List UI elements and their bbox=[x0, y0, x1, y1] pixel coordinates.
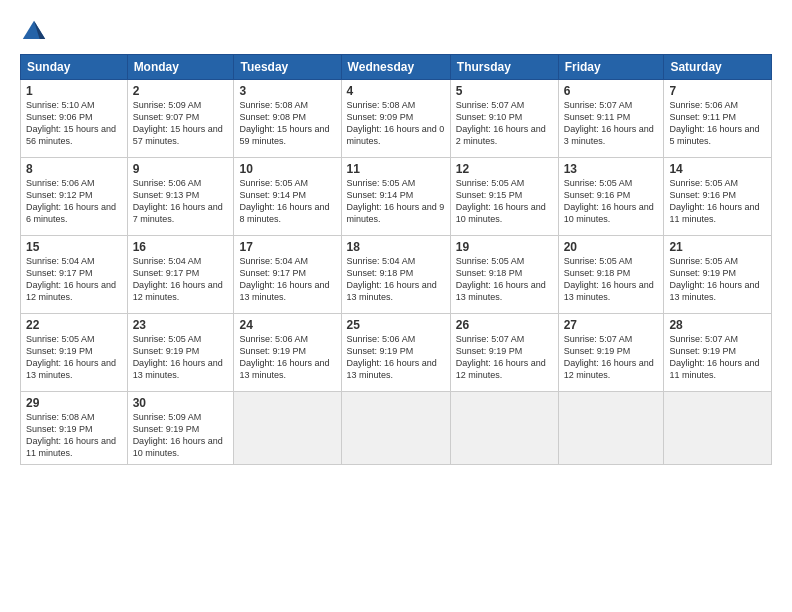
day-number: 20 bbox=[564, 240, 659, 254]
calendar: SundayMondayTuesdayWednesdayThursdayFrid… bbox=[20, 54, 772, 465]
day-info: Sunrise: 5:06 AMSunset: 9:19 PMDaylight:… bbox=[239, 334, 329, 380]
day-number: 1 bbox=[26, 84, 122, 98]
day-info: Sunrise: 5:04 AMSunset: 9:17 PMDaylight:… bbox=[133, 256, 223, 302]
week-row-2: 15 Sunrise: 5:04 AMSunset: 9:17 PMDaylig… bbox=[21, 236, 772, 314]
day-info: Sunrise: 5:06 AMSunset: 9:19 PMDaylight:… bbox=[347, 334, 437, 380]
day-number: 14 bbox=[669, 162, 766, 176]
calendar-cell: 11 Sunrise: 5:05 AMSunset: 9:14 PMDaylig… bbox=[341, 158, 450, 236]
page: SundayMondayTuesdayWednesdayThursdayFrid… bbox=[0, 0, 792, 612]
calendar-cell: 30 Sunrise: 5:09 AMSunset: 9:19 PMDaylig… bbox=[127, 392, 234, 465]
day-info: Sunrise: 5:06 AMSunset: 9:12 PMDaylight:… bbox=[26, 178, 116, 224]
calendar-cell: 27 Sunrise: 5:07 AMSunset: 9:19 PMDaylig… bbox=[558, 314, 664, 392]
day-number: 21 bbox=[669, 240, 766, 254]
col-header-monday: Monday bbox=[127, 55, 234, 80]
day-number: 17 bbox=[239, 240, 335, 254]
day-number: 13 bbox=[564, 162, 659, 176]
day-info: Sunrise: 5:08 AMSunset: 9:09 PMDaylight:… bbox=[347, 100, 445, 146]
day-number: 8 bbox=[26, 162, 122, 176]
day-number: 16 bbox=[133, 240, 229, 254]
day-number: 27 bbox=[564, 318, 659, 332]
calendar-cell: 22 Sunrise: 5:05 AMSunset: 9:19 PMDaylig… bbox=[21, 314, 128, 392]
day-info: Sunrise: 5:05 AMSunset: 9:16 PMDaylight:… bbox=[669, 178, 759, 224]
calendar-cell bbox=[234, 392, 341, 465]
day-number: 4 bbox=[347, 84, 445, 98]
calendar-cell: 8 Sunrise: 5:06 AMSunset: 9:12 PMDayligh… bbox=[21, 158, 128, 236]
calendar-cell: 1 Sunrise: 5:10 AMSunset: 9:06 PMDayligh… bbox=[21, 80, 128, 158]
day-number: 22 bbox=[26, 318, 122, 332]
day-number: 19 bbox=[456, 240, 553, 254]
day-number: 30 bbox=[133, 396, 229, 410]
day-number: 6 bbox=[564, 84, 659, 98]
day-info: Sunrise: 5:09 AMSunset: 9:07 PMDaylight:… bbox=[133, 100, 223, 146]
day-info: Sunrise: 5:05 AMSunset: 9:18 PMDaylight:… bbox=[564, 256, 654, 302]
day-info: Sunrise: 5:08 AMSunset: 9:19 PMDaylight:… bbox=[26, 412, 116, 458]
day-number: 2 bbox=[133, 84, 229, 98]
calendar-cell: 10 Sunrise: 5:05 AMSunset: 9:14 PMDaylig… bbox=[234, 158, 341, 236]
week-row-0: 1 Sunrise: 5:10 AMSunset: 9:06 PMDayligh… bbox=[21, 80, 772, 158]
day-info: Sunrise: 5:06 AMSunset: 9:13 PMDaylight:… bbox=[133, 178, 223, 224]
day-number: 5 bbox=[456, 84, 553, 98]
day-info: Sunrise: 5:09 AMSunset: 9:19 PMDaylight:… bbox=[133, 412, 223, 458]
calendar-cell: 14 Sunrise: 5:05 AMSunset: 9:16 PMDaylig… bbox=[664, 158, 772, 236]
col-header-wednesday: Wednesday bbox=[341, 55, 450, 80]
calendar-cell: 12 Sunrise: 5:05 AMSunset: 9:15 PMDaylig… bbox=[450, 158, 558, 236]
header bbox=[20, 18, 772, 46]
day-info: Sunrise: 5:04 AMSunset: 9:17 PMDaylight:… bbox=[26, 256, 116, 302]
col-header-saturday: Saturday bbox=[664, 55, 772, 80]
day-number: 23 bbox=[133, 318, 229, 332]
calendar-cell: 21 Sunrise: 5:05 AMSunset: 9:19 PMDaylig… bbox=[664, 236, 772, 314]
week-row-4: 29 Sunrise: 5:08 AMSunset: 9:19 PMDaylig… bbox=[21, 392, 772, 465]
logo bbox=[20, 18, 52, 46]
day-info: Sunrise: 5:06 AMSunset: 9:11 PMDaylight:… bbox=[669, 100, 759, 146]
day-info: Sunrise: 5:07 AMSunset: 9:19 PMDaylight:… bbox=[669, 334, 759, 380]
day-info: Sunrise: 5:05 AMSunset: 9:14 PMDaylight:… bbox=[347, 178, 445, 224]
col-header-tuesday: Tuesday bbox=[234, 55, 341, 80]
week-row-1: 8 Sunrise: 5:06 AMSunset: 9:12 PMDayligh… bbox=[21, 158, 772, 236]
calendar-cell: 29 Sunrise: 5:08 AMSunset: 9:19 PMDaylig… bbox=[21, 392, 128, 465]
calendar-cell bbox=[664, 392, 772, 465]
calendar-cell bbox=[341, 392, 450, 465]
calendar-cell: 15 Sunrise: 5:04 AMSunset: 9:17 PMDaylig… bbox=[21, 236, 128, 314]
day-number: 10 bbox=[239, 162, 335, 176]
calendar-cell: 17 Sunrise: 5:04 AMSunset: 9:17 PMDaylig… bbox=[234, 236, 341, 314]
day-info: Sunrise: 5:05 AMSunset: 9:18 PMDaylight:… bbox=[456, 256, 546, 302]
week-row-3: 22 Sunrise: 5:05 AMSunset: 9:19 PMDaylig… bbox=[21, 314, 772, 392]
day-number: 29 bbox=[26, 396, 122, 410]
calendar-cell: 2 Sunrise: 5:09 AMSunset: 9:07 PMDayligh… bbox=[127, 80, 234, 158]
calendar-cell: 18 Sunrise: 5:04 AMSunset: 9:18 PMDaylig… bbox=[341, 236, 450, 314]
day-number: 28 bbox=[669, 318, 766, 332]
col-header-sunday: Sunday bbox=[21, 55, 128, 80]
col-header-friday: Friday bbox=[558, 55, 664, 80]
calendar-cell: 19 Sunrise: 5:05 AMSunset: 9:18 PMDaylig… bbox=[450, 236, 558, 314]
calendar-cell: 6 Sunrise: 5:07 AMSunset: 9:11 PMDayligh… bbox=[558, 80, 664, 158]
day-info: Sunrise: 5:07 AMSunset: 9:19 PMDaylight:… bbox=[456, 334, 546, 380]
calendar-cell: 28 Sunrise: 5:07 AMSunset: 9:19 PMDaylig… bbox=[664, 314, 772, 392]
day-info: Sunrise: 5:05 AMSunset: 9:15 PMDaylight:… bbox=[456, 178, 546, 224]
day-info: Sunrise: 5:07 AMSunset: 9:11 PMDaylight:… bbox=[564, 100, 654, 146]
calendar-cell: 25 Sunrise: 5:06 AMSunset: 9:19 PMDaylig… bbox=[341, 314, 450, 392]
day-info: Sunrise: 5:05 AMSunset: 9:16 PMDaylight:… bbox=[564, 178, 654, 224]
day-info: Sunrise: 5:04 AMSunset: 9:17 PMDaylight:… bbox=[239, 256, 329, 302]
calendar-cell: 3 Sunrise: 5:08 AMSunset: 9:08 PMDayligh… bbox=[234, 80, 341, 158]
day-number: 7 bbox=[669, 84, 766, 98]
col-header-thursday: Thursday bbox=[450, 55, 558, 80]
calendar-cell: 26 Sunrise: 5:07 AMSunset: 9:19 PMDaylig… bbox=[450, 314, 558, 392]
day-number: 9 bbox=[133, 162, 229, 176]
day-info: Sunrise: 5:08 AMSunset: 9:08 PMDaylight:… bbox=[239, 100, 329, 146]
day-number: 18 bbox=[347, 240, 445, 254]
calendar-cell: 23 Sunrise: 5:05 AMSunset: 9:19 PMDaylig… bbox=[127, 314, 234, 392]
calendar-header-row: SundayMondayTuesdayWednesdayThursdayFrid… bbox=[21, 55, 772, 80]
calendar-cell: 4 Sunrise: 5:08 AMSunset: 9:09 PMDayligh… bbox=[341, 80, 450, 158]
calendar-cell bbox=[450, 392, 558, 465]
calendar-cell: 20 Sunrise: 5:05 AMSunset: 9:18 PMDaylig… bbox=[558, 236, 664, 314]
calendar-cell: 9 Sunrise: 5:06 AMSunset: 9:13 PMDayligh… bbox=[127, 158, 234, 236]
day-info: Sunrise: 5:05 AMSunset: 9:19 PMDaylight:… bbox=[26, 334, 116, 380]
day-info: Sunrise: 5:05 AMSunset: 9:19 PMDaylight:… bbox=[669, 256, 759, 302]
day-info: Sunrise: 5:10 AMSunset: 9:06 PMDaylight:… bbox=[26, 100, 116, 146]
calendar-cell: 7 Sunrise: 5:06 AMSunset: 9:11 PMDayligh… bbox=[664, 80, 772, 158]
day-number: 25 bbox=[347, 318, 445, 332]
day-info: Sunrise: 5:05 AMSunset: 9:19 PMDaylight:… bbox=[133, 334, 223, 380]
day-number: 24 bbox=[239, 318, 335, 332]
day-number: 12 bbox=[456, 162, 553, 176]
day-number: 11 bbox=[347, 162, 445, 176]
